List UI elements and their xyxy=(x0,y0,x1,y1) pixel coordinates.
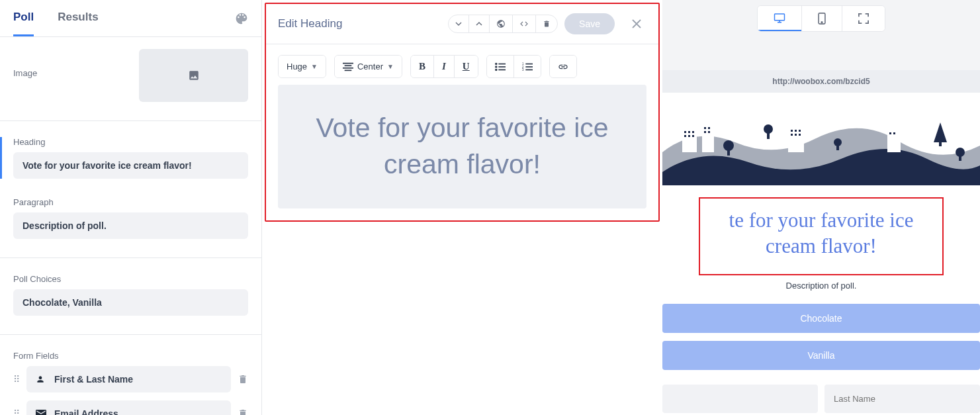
palette-icon[interactable] xyxy=(235,12,248,25)
sidebar: Poll Results Image Heading Vote for your… xyxy=(0,0,262,415)
svg-rect-49 xyxy=(959,156,961,161)
globe-icon xyxy=(496,19,506,28)
user-icon xyxy=(36,375,46,384)
chevron-down-icon xyxy=(455,21,462,27)
rich-text-toolbar: Huge▼ Center▼ B I U 123 xyxy=(266,44,658,85)
svg-rect-39 xyxy=(799,134,801,136)
edit-heading-panel: Edit Heading Save xyxy=(265,3,660,222)
svg-point-44 xyxy=(764,124,773,134)
image-label: Image xyxy=(13,68,37,78)
image-icon xyxy=(188,69,200,81)
last-name-input[interactable] xyxy=(824,385,980,413)
svg-rect-16 xyxy=(775,14,785,21)
paragraph-label: Paragraph xyxy=(13,197,248,207)
editor-pane: Edit Heading Save xyxy=(262,0,662,415)
save-button[interactable]: Save xyxy=(564,13,615,34)
svg-rect-3 xyxy=(345,69,352,71)
trash-icon xyxy=(543,19,551,28)
chevron-up-icon xyxy=(476,21,482,27)
italic-button[interactable]: I xyxy=(433,56,454,77)
svg-point-48 xyxy=(956,148,965,157)
form-field-name[interactable]: First & Last Name xyxy=(26,366,231,392)
delete-field-button[interactable] xyxy=(238,408,248,415)
svg-rect-15 xyxy=(525,69,533,70)
form-field-label: Email Address xyxy=(54,408,118,415)
svg-rect-9 xyxy=(498,69,506,70)
svg-rect-28 xyxy=(688,135,690,137)
editor-title: Edit Heading xyxy=(278,17,342,30)
svg-rect-24 xyxy=(684,131,686,133)
desktop-view-button[interactable] xyxy=(758,6,801,31)
preview-heading[interactable]: te for your favorite ice cream flavor! xyxy=(707,208,936,259)
close-button[interactable] xyxy=(627,17,646,31)
svg-rect-0 xyxy=(343,62,353,64)
first-name-input[interactable] xyxy=(662,385,818,413)
svg-rect-32 xyxy=(704,131,706,133)
choice-chocolate[interactable]: Chocolate xyxy=(662,304,980,333)
move-up-button[interactable] xyxy=(468,15,489,32)
device-switcher xyxy=(757,5,885,32)
svg-rect-31 xyxy=(708,127,710,129)
svg-point-18 xyxy=(821,22,823,23)
code-icon xyxy=(519,19,529,28)
preview-pane: http://woobox.com/bzcid5 xyxy=(662,0,980,415)
svg-rect-47 xyxy=(939,141,942,146)
code-button[interactable] xyxy=(512,15,535,32)
close-icon xyxy=(632,19,641,28)
mobile-icon xyxy=(818,13,826,24)
svg-rect-26 xyxy=(692,131,694,133)
svg-point-4 xyxy=(495,62,498,65)
preview-heading-highlight: te for your favorite ice cream flavor! xyxy=(699,197,944,275)
preview-description: Description of poll. xyxy=(662,281,980,291)
choice-vanilla[interactable]: Vanilla xyxy=(662,341,980,370)
svg-rect-27 xyxy=(684,135,686,137)
font-size-select[interactable]: Huge▼ xyxy=(279,56,326,77)
desktop-icon xyxy=(774,13,785,23)
heading-label: Heading xyxy=(13,137,248,147)
drag-handle-icon[interactable]: ⠿ xyxy=(13,374,20,385)
image-placeholder[interactable] xyxy=(139,49,248,102)
underline-button[interactable]: U xyxy=(454,56,478,77)
svg-rect-1 xyxy=(345,65,352,66)
fullscreen-icon xyxy=(858,13,869,24)
link-icon xyxy=(558,62,568,72)
svg-point-6 xyxy=(495,66,498,68)
form-field-email[interactable]: Email Address xyxy=(26,400,231,415)
bullet-list-button[interactable] xyxy=(487,56,513,77)
tab-results[interactable]: Results xyxy=(58,0,98,36)
form-field-row: ⠿ Email Address xyxy=(13,400,248,415)
svg-rect-40 xyxy=(889,132,891,134)
delete-field-button[interactable] xyxy=(238,374,248,385)
heading-text[interactable]: Vote for your favorite ice cream flavor! xyxy=(298,110,627,183)
preview-url: http://woobox.com/bzcid5 xyxy=(662,70,980,93)
choices-value[interactable]: Chocolate, Vanilla xyxy=(13,289,248,316)
svg-rect-36 xyxy=(799,130,801,132)
svg-rect-30 xyxy=(704,127,706,129)
svg-rect-51 xyxy=(836,145,839,150)
svg-rect-5 xyxy=(498,63,506,64)
tab-poll[interactable]: Poll xyxy=(13,0,34,36)
editor-action-group xyxy=(448,15,558,33)
svg-rect-2 xyxy=(343,67,353,68)
svg-rect-34 xyxy=(791,130,793,132)
tabs: Poll Results xyxy=(0,0,261,37)
heading-value[interactable]: Vote for your favorite ice cream flavor! xyxy=(13,152,248,179)
drag-handle-icon[interactable]: ⠿ xyxy=(13,408,20,415)
link-button[interactable] xyxy=(550,56,576,77)
number-list-button[interactable]: 123 xyxy=(513,56,541,77)
paragraph-value[interactable]: Description of poll. xyxy=(13,212,248,239)
preview-choices: Chocolate Vanilla xyxy=(662,291,980,385)
form-fields-label: Form Fields xyxy=(13,351,248,361)
mobile-view-button[interactable] xyxy=(801,6,842,31)
svg-rect-7 xyxy=(498,66,506,68)
svg-rect-37 xyxy=(791,134,793,136)
bold-button[interactable]: B xyxy=(411,56,433,77)
fullscreen-view-button[interactable] xyxy=(842,6,885,31)
align-select[interactable]: Center▼ xyxy=(335,56,402,77)
hero-image xyxy=(662,93,980,185)
svg-rect-33 xyxy=(708,131,710,133)
globe-button[interactable] xyxy=(489,15,512,32)
heading-content-editor[interactable]: Vote for your favorite ice cream flavor! xyxy=(278,85,646,208)
move-down-button[interactable] xyxy=(449,15,468,32)
delete-button[interactable] xyxy=(535,15,557,32)
